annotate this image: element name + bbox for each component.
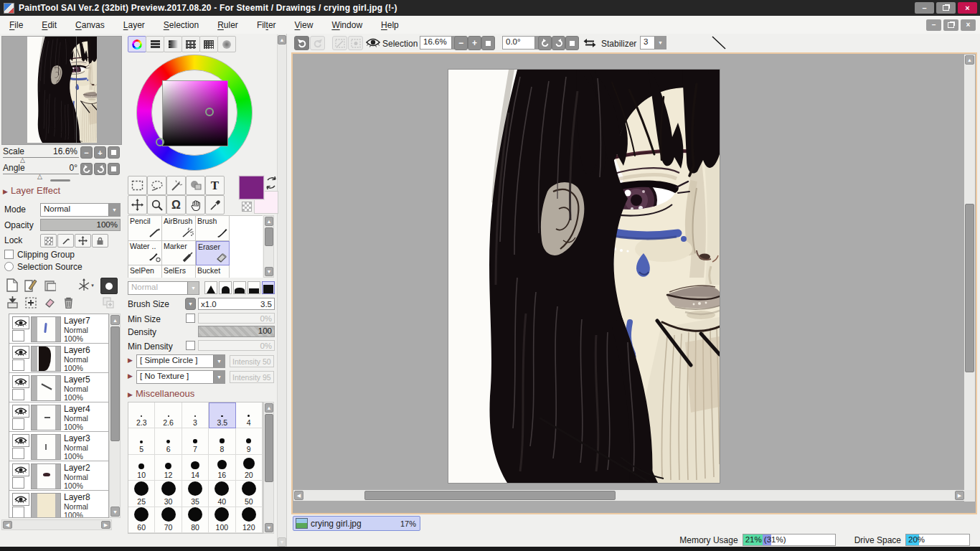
layer-checkbox[interactable] [12,330,24,342]
size-80[interactable]: 80 [182,507,209,533]
brush-selers[interactable]: SelErsS [162,265,196,278]
lock-all-button[interactable] [92,234,108,248]
layer-row-layer4[interactable]: Layer4Normal100% [9,402,108,432]
layer-checkbox[interactable] [12,448,24,459]
min-density-box[interactable]: 0% [198,340,275,351]
size-14[interactable]: 14 [182,455,209,481]
size-grid-scrollbar[interactable]: ▲ ▼ [263,402,274,534]
layer-visibility-icon[interactable] [12,463,29,476]
menu-help[interactable]: Help [372,17,408,33]
clear-layer-button[interactable] [42,295,57,310]
size-6[interactable]: 6 [155,428,182,454]
new-selection-layer-button[interactable] [23,295,39,310]
saturation-square[interactable] [162,80,228,146]
shape-expander[interactable]: ▶ [128,357,133,364]
layer-checkbox[interactable] [12,359,24,371]
size-5[interactable]: 5 [128,428,155,454]
size-70[interactable]: 70 [155,507,182,533]
layer-visibility-icon[interactable] [12,316,29,329]
flip-horizontal-icon[interactable] [583,38,596,52]
perspective-ruler-button[interactable]: ▾ [75,278,96,293]
angle-reset-button[interactable] [108,163,120,175]
brush-blend-mode-select[interactable]: Normal▼ [128,281,199,295]
size-2.3[interactable]: 2.3 [128,402,155,428]
brush-airbrush[interactable]: AirBrush [162,216,196,241]
stabilizer-select[interactable]: 3▼ [640,36,666,50]
menu-view[interactable]: View [286,17,323,33]
edge-shape-2-button[interactable] [219,281,232,294]
brush-shape-select[interactable]: [ Simple Circle ]▼ [136,354,225,368]
scale-plus-button[interactable]: + [94,146,106,159]
size-7[interactable]: 7 [182,428,209,454]
layer-visibility-icon[interactable] [12,493,29,506]
menu-selection[interactable]: Selection [154,17,208,33]
tool-text[interactable]: T [205,176,225,195]
layer-row-layer3[interactable]: Layer3Normal100% [9,432,108,461]
size-40[interactable]: 40 [209,481,235,507]
doc-close-button[interactable]: × [961,19,976,31]
texture-expander[interactable]: ▶ [128,372,133,380]
invert-selection-button[interactable] [348,36,363,50]
layer-checkbox[interactable] [12,389,24,400]
min-size-checkbox[interactable] [186,314,195,323]
menu-window[interactable]: Window [322,17,372,33]
doc-restore-button[interactable] [943,19,958,31]
min-size-box[interactable]: 0% [198,313,275,324]
layer-mask-button[interactable] [100,278,118,294]
document-tab[interactable]: crying girl.jpg 17% [293,516,420,531]
primary-color-swatch[interactable] [239,176,264,199]
menu-ruler[interactable]: Ruler [208,17,248,33]
size-16[interactable]: 16 [209,455,235,481]
swap-colors-icon[interactable] [265,176,277,192]
size-3[interactable]: 3 [182,402,209,428]
brush-marker[interactable]: Marker [162,241,196,266]
rotate-cw-button[interactable] [94,163,106,175]
size-100[interactable]: 100 [209,507,235,533]
new-layer-button[interactable] [4,278,20,293]
tool-move[interactable] [128,195,147,215]
tab-swatches[interactable] [199,36,218,52]
brush-grid-scrollbar[interactable]: ▲ ▼ [263,215,274,278]
size-20[interactable]: 20 [236,455,263,481]
delete-layer-button[interactable] [60,295,76,310]
lock-pixels-button[interactable] [57,234,74,248]
minimize-button[interactable]: – [915,2,934,14]
edge-shape-1-button[interactable] [204,281,217,294]
tab-hsv-sliders[interactable] [164,36,182,52]
tool-rotate-view[interactable]: Ω [166,195,186,215]
min-density-checkbox[interactable] [186,341,195,350]
transparency-swatch[interactable] [242,202,252,212]
texture-intensity-box[interactable]: Intensity 95 [230,371,274,383]
canvas-hscrollbar[interactable]: ◀ ▶ [293,490,965,501]
scale-minus-button[interactable]: − [80,146,93,159]
menu-layer[interactable]: Layer [114,17,154,33]
opacity-slider[interactable]: 100% [40,219,121,231]
layer-visibility-icon[interactable] [12,346,29,359]
doc-minimize-button[interactable]: – [926,19,941,31]
navigator-preview[interactable] [1,36,122,145]
brush-pencil[interactable]: Pencil [128,216,162,241]
tool-hand[interactable] [186,195,205,215]
panel-splitter-grip[interactable] [50,179,70,182]
tool-eyedropper[interactable] [205,195,225,215]
layer-effect-header[interactable]: ▶Layer Effect [3,185,60,196]
brush-bucket[interactable]: Bucket [196,265,230,278]
size-3.5[interactable]: 3.5 [209,402,235,428]
color-wheel[interactable] [136,55,253,171]
density-slider[interactable]: 100 [198,326,275,337]
close-button[interactable]: × [958,2,977,14]
zoom-reset-button[interactable] [481,36,495,50]
restore-button[interactable] [936,2,956,14]
brush-texture-select[interactable]: [ No Texture ]▼ [136,370,225,384]
hue-marker[interactable] [156,138,164,146]
layer-checkbox[interactable] [12,507,24,518]
layer-list-hscrollbar[interactable]: ◀ ▶ [1,519,112,530]
brush-brush[interactable]: Brush [196,216,230,241]
layer-row-layer5[interactable]: Layer5Normal100% [9,373,108,402]
brush-eraser[interactable]: Eraser [196,241,230,266]
size-120[interactable]: 120 [236,507,263,533]
layer-visibility-icon[interactable] [12,375,29,388]
menu-file[interactable]: File [0,17,32,33]
angle-slider-marker[interactable]: △ [37,173,42,180]
tool-zoom[interactable] [147,195,166,215]
